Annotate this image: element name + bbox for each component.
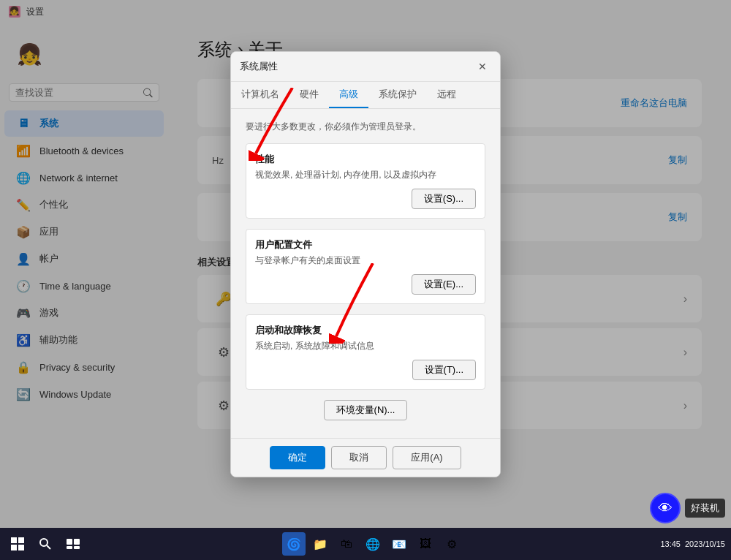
performance-settings-button[interactable]: 设置(S)...	[412, 189, 476, 209]
modal-body: 要进行大多数更改，你必须作为管理员登录。 性能 视觉效果, 处理器计划, 内存使…	[231, 109, 500, 438]
watermark-label: 好装机	[685, 499, 725, 518]
svg-rect-10	[67, 546, 72, 549]
system-properties-dialog: 系统属性 ✕ 计算机名 硬件 高级 系统保护 远程 要进行大多数更改，你必须作为…	[230, 51, 501, 477]
photos-icon: 🖼	[420, 537, 431, 550]
performance-title: 性能	[255, 153, 476, 166]
tab-system-protection[interactable]: 系统保护	[368, 82, 427, 108]
modal-overlay: 系统属性 ✕ 计算机名 硬件 高级 系统保护 远程 要进行大多数更改，你必须作为…	[0, 0, 731, 528]
startup-desc: 系统启动, 系统故障和调试信息	[255, 340, 476, 352]
explorer-icon: 📁	[313, 537, 327, 551]
taskbar-center: 🌀 📁 🛍 🌐 📧 🖼 ⚙	[282, 532, 463, 556]
task-view-icon	[67, 539, 80, 549]
svg-point-6	[40, 539, 48, 546]
tab-remote[interactable]: 远程	[427, 82, 466, 108]
user-profiles-section: 用户配置文件 与登录帐户有关的桌面设置 设置(E)...	[246, 229, 485, 304]
startup-section: 启动和故障恢复 系统启动, 系统故障和调试信息 设置(T)...	[246, 314, 485, 390]
edge-button[interactable]: 🌀	[282, 532, 306, 556]
ok-button[interactable]: 确定	[270, 446, 325, 469]
taskbar-right: 13:45 2023/10/15	[660, 540, 725, 548]
explorer-button[interactable]: 📁	[308, 532, 332, 556]
svg-line-7	[47, 545, 50, 549]
settings-icon: ⚙	[447, 537, 457, 551]
modal-note: 要进行大多数更改，你必须作为管理员登录。	[246, 121, 485, 133]
user-profiles-title: 用户配置文件	[255, 238, 476, 251]
taskbar-left	[6, 532, 85, 556]
watermark-logo: 👁	[650, 493, 681, 523]
apply-button[interactable]: 应用(A)	[393, 446, 461, 469]
user-profiles-desc: 与登录帐户有关的桌面设置	[255, 254, 476, 267]
tab-advanced[interactable]: 高级	[329, 82, 368, 108]
environment-variables-button[interactable]: 环境变量(N)...	[324, 400, 408, 420]
chrome-button[interactable]: 🌐	[361, 532, 385, 556]
start-button[interactable]	[6, 532, 29, 556]
startup-settings-button[interactable]: 设置(T)...	[412, 360, 476, 380]
user-profiles-settings-button[interactable]: 设置(E)...	[412, 274, 476, 295]
svg-rect-3	[18, 537, 24, 543]
tab-computer-name[interactable]: 计算机名	[231, 82, 289, 108]
store-button[interactable]: 🛍	[335, 532, 358, 556]
search-taskbar-icon	[39, 537, 52, 550]
settings-taskbar-button[interactable]: ⚙	[440, 532, 463, 556]
cancel-button[interactable]: 取消	[331, 446, 387, 469]
startup-title: 启动和故障恢复	[255, 324, 476, 337]
performance-section: 性能 视觉效果, 处理器计划, 内存使用, 以及虚拟内存 设置(S)...	[246, 143, 485, 219]
search-taskbar-button[interactable]	[34, 532, 57, 556]
svg-rect-11	[74, 546, 80, 549]
svg-rect-4	[11, 545, 17, 550]
modal-footer: 确定 取消 应用(A)	[231, 438, 500, 477]
watermark: 👁 好装机	[650, 493, 725, 523]
modal-title-bar: 系统属性 ✕	[231, 52, 500, 82]
clock-date: 2023/10/15	[685, 540, 725, 548]
svg-rect-5	[18, 545, 24, 550]
env-btn-row: 环境变量(N)...	[246, 400, 485, 420]
svg-rect-9	[74, 539, 80, 545]
windows-icon	[11, 537, 24, 550]
modal-close-button[interactable]: ✕	[474, 58, 491, 75]
svg-rect-8	[67, 539, 72, 545]
mail-icon: 📧	[392, 537, 406, 551]
modal-title: 系统属性	[240, 60, 474, 73]
modal-tabs: 计算机名 硬件 高级 系统保护 远程	[231, 82, 500, 109]
clock-time: 13:45	[660, 540, 681, 548]
edge-icon: 🌀	[287, 537, 301, 551]
mail-button[interactable]: 📧	[387, 532, 411, 556]
svg-rect-2	[11, 537, 17, 543]
tab-hardware[interactable]: 硬件	[289, 82, 329, 108]
performance-desc: 视觉效果, 处理器计划, 内存使用, 以及虚拟内存	[255, 169, 476, 181]
store-icon: 🛍	[341, 537, 352, 550]
taskbar: 🌀 📁 🛍 🌐 📧 🖼 ⚙ 13:45 2023/10/15	[0, 528, 731, 560]
chrome-icon: 🌐	[366, 537, 380, 551]
task-view-button[interactable]	[61, 532, 85, 556]
photos-button[interactable]: 🖼	[414, 532, 437, 556]
